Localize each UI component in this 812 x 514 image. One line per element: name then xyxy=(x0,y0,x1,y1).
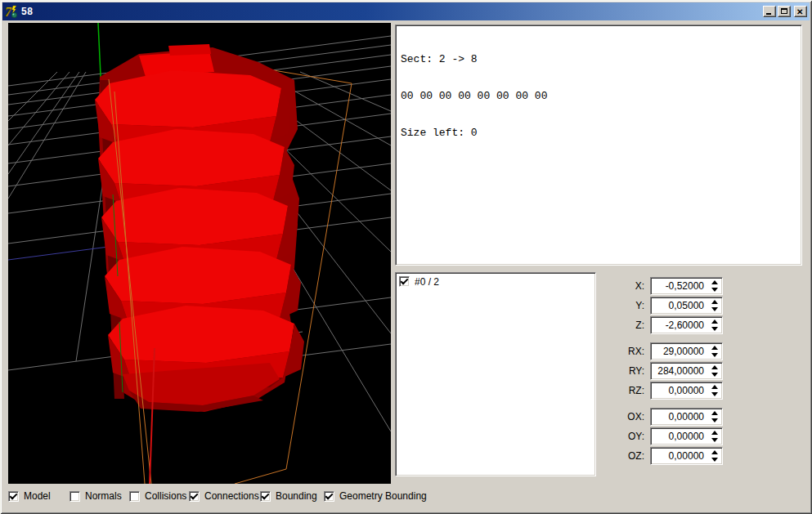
field-label-oy: OY: xyxy=(612,427,644,445)
rz-spinner[interactable] xyxy=(711,385,718,396)
oz-spinner[interactable] xyxy=(711,450,718,462)
section-list[interactable]: #0 / 2 xyxy=(395,272,596,476)
option-label: Collisions xyxy=(145,490,186,502)
spin-down-icon[interactable] xyxy=(711,458,718,462)
ry-field xyxy=(650,362,723,380)
maximize-icon[interactable] xyxy=(778,6,791,17)
option-model[interactable]: Model xyxy=(8,490,51,502)
option-label: Model xyxy=(24,490,51,502)
model-mesh xyxy=(95,44,304,412)
connections-checkbox[interactable] xyxy=(189,491,200,502)
info-line: Size left: 0 xyxy=(401,127,796,139)
spin-down-icon[interactable] xyxy=(711,392,718,396)
list-item[interactable]: #0 / 2 xyxy=(397,275,594,288)
rz-input[interactable] xyxy=(653,385,704,396)
z-spinner[interactable] xyxy=(711,320,718,331)
model-checkbox[interactable] xyxy=(8,491,19,502)
spin-up-icon[interactable] xyxy=(711,280,718,284)
geometry-bounding-checkbox[interactable] xyxy=(324,491,334,502)
ry-input[interactable] xyxy=(653,365,704,377)
close-icon[interactable]: ✕ xyxy=(794,6,807,17)
spin-up-icon[interactable] xyxy=(711,300,718,304)
svg-text:7: 7 xyxy=(5,5,12,19)
app-7-lightning-icon: 7 xyxy=(5,5,19,19)
normals-checkbox[interactable] xyxy=(70,491,80,502)
collisions-checkbox[interactable] xyxy=(129,491,140,502)
z-field xyxy=(650,316,723,334)
rz-field xyxy=(650,382,723,400)
ox-input[interactable] xyxy=(653,411,704,422)
spin-down-icon[interactable] xyxy=(711,307,718,311)
spin-up-icon[interactable] xyxy=(711,365,718,369)
spin-up-icon[interactable] xyxy=(711,385,718,389)
rx-input[interactable] xyxy=(653,346,704,357)
spin-down-icon[interactable] xyxy=(711,438,718,442)
info-line: Sect: 2 -> 8 xyxy=(401,53,796,65)
spin-up-icon[interactable] xyxy=(711,411,718,415)
z-input[interactable] xyxy=(653,320,704,331)
field-label-rz: RZ: xyxy=(612,382,644,400)
ox-field xyxy=(650,408,723,426)
field-label-oz: OZ: xyxy=(612,447,644,465)
bounding-checkbox[interactable] xyxy=(260,491,271,502)
field-label-x: X: xyxy=(612,277,644,295)
field-label-y: Y: xyxy=(612,297,644,315)
x-field xyxy=(650,277,723,295)
rx-field xyxy=(650,342,723,360)
window-title: 58 xyxy=(21,6,33,17)
option-label: Bounding xyxy=(276,490,317,502)
viewport-scene xyxy=(8,23,391,484)
y-spinner[interactable] xyxy=(711,300,718,311)
y-field xyxy=(650,297,723,315)
oy-field xyxy=(650,427,723,445)
option-label: Connections xyxy=(204,490,259,502)
title-bar[interactable]: 7 58 ✕ xyxy=(2,2,810,20)
ry-spinner[interactable] xyxy=(711,365,718,377)
spin-down-icon[interactable] xyxy=(711,327,718,331)
spin-down-icon[interactable] xyxy=(711,288,718,292)
option-collisions[interactable]: Collisions xyxy=(129,490,186,502)
field-label-z: Z: xyxy=(612,316,644,334)
list-item-label: #0 / 2 xyxy=(415,276,439,288)
x-spinner[interactable] xyxy=(711,280,718,292)
spin-down-icon[interactable] xyxy=(711,353,718,357)
field-label-ox: OX: xyxy=(612,408,644,426)
field-label-ry: RY: xyxy=(612,362,644,380)
option-geometry-bounding[interactable]: Geometry Bounding xyxy=(324,490,427,502)
spin-down-icon[interactable] xyxy=(711,418,718,422)
ox-spinner[interactable] xyxy=(711,411,718,422)
axis-z-blue-icon xyxy=(8,246,114,260)
spin-down-icon[interactable] xyxy=(711,373,718,377)
oy-input[interactable] xyxy=(653,431,704,442)
app-window: 7 58 ✕ xyxy=(0,0,812,514)
info-panel[interactable]: Sect: 2 -> 8 00 00 00 00 00 00 00 00 Siz… xyxy=(395,25,802,266)
option-connections[interactable]: Connections xyxy=(189,490,259,502)
spin-up-icon[interactable] xyxy=(711,346,718,350)
oz-field xyxy=(650,447,723,465)
minimize-icon[interactable] xyxy=(763,6,776,17)
list-item-checkbox[interactable] xyxy=(399,276,410,287)
viewport-3d[interactable] xyxy=(8,23,391,484)
option-normals[interactable]: Normals xyxy=(70,490,122,502)
info-line: 00 00 00 00 00 00 00 00 xyxy=(401,90,796,102)
x-input[interactable] xyxy=(653,280,704,292)
option-bounding[interactable]: Bounding xyxy=(260,490,317,502)
oz-input[interactable] xyxy=(653,450,704,462)
spin-up-icon[interactable] xyxy=(711,320,718,324)
spin-up-icon[interactable] xyxy=(711,431,718,435)
option-label: Geometry Bounding xyxy=(339,490,427,502)
option-label: Normals xyxy=(85,490,122,502)
field-label-rx: RX: xyxy=(612,342,644,360)
spin-up-icon[interactable] xyxy=(711,450,718,454)
oy-spinner[interactable] xyxy=(711,431,718,442)
y-input[interactable] xyxy=(653,300,704,311)
rx-spinner[interactable] xyxy=(711,346,718,357)
